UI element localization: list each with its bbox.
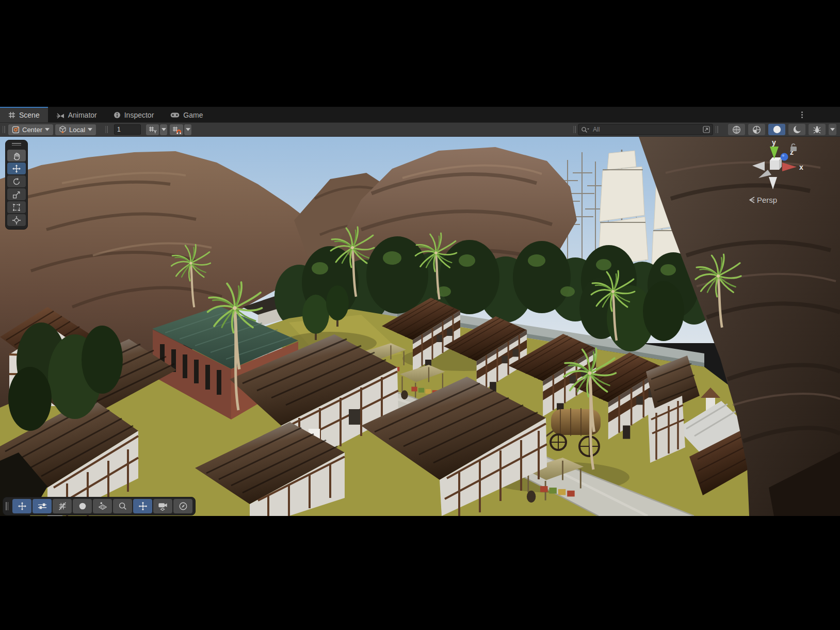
orientation-gizmo[interactable]: y z x [747, 140, 809, 193]
grid-axis-button[interactable] [146, 124, 159, 135]
move-overlay-button[interactable] [12, 499, 31, 513]
tab-scene[interactable]: Scene [0, 107, 48, 122]
overlay-drag-handle[interactable] [12, 143, 21, 147]
grid-size-input[interactable] [114, 124, 141, 135]
toolbar-grip[interactable] [104, 126, 108, 133]
toolbar-grip[interactable] [572, 126, 576, 133]
scene-grid-icon [8, 111, 15, 119]
crescent-icon [793, 125, 802, 134]
lighting-toggle-button[interactable] [768, 124, 785, 135]
tools-overlay [5, 140, 28, 230]
rect-icon [12, 203, 21, 212]
filled-circle-icon [78, 502, 87, 511]
unity-editor-window: Scene Animator Inspector Game Center Loc… [0, 107, 840, 516]
compass-overlay-button[interactable] [173, 499, 192, 513]
chevron-down-icon [45, 128, 50, 131]
scene-view: y z x Persp [0, 137, 840, 516]
snap-caret[interactable] [184, 124, 191, 135]
tab-label: Animator [68, 111, 97, 119]
scene-2d-toggle-button[interactable] [748, 124, 765, 135]
skybox-toggle-button[interactable] [93, 499, 112, 513]
rotate-icon [12, 177, 21, 186]
pivot-mode-dropdown[interactable]: Center [8, 124, 53, 135]
cross-dots-icon [138, 502, 148, 511]
rect-tool[interactable] [7, 201, 26, 213]
open-search-window-icon[interactable] [703, 126, 710, 133]
more-options-icon[interactable] [801, 110, 803, 119]
gizmo-x-axis-cone[interactable] [782, 163, 797, 171]
gizmo-y-axis-cone[interactable] [770, 147, 779, 159]
light-circle-icon [772, 125, 782, 134]
tab-label: Game [183, 111, 203, 119]
toolbar-grip[interactable] [2, 126, 6, 133]
tab-label: Inspector [124, 111, 154, 119]
gizmo-z-axis-ball[interactable] [781, 153, 788, 161]
gizmo-x-label: x [799, 163, 803, 171]
gizmo-y-label: y [772, 140, 776, 147]
globe-wireframe-icon [732, 125, 741, 134]
globe-quarter-icon [752, 125, 761, 134]
shading-mode-button[interactable] [728, 124, 745, 135]
camera-overlay-button[interactable] [153, 499, 172, 513]
cube-icon [59, 125, 67, 134]
scale-tool[interactable] [7, 188, 26, 200]
projection-label: Persp [757, 196, 777, 204]
persp-chevron-icon [749, 197, 755, 203]
rotate-tool[interactable] [7, 175, 26, 187]
gizmos-toggle-button[interactable] [73, 499, 92, 513]
projection-toggle[interactable]: Persp [749, 196, 777, 204]
pivot-icon [12, 126, 20, 134]
transform-icon [12, 216, 21, 225]
move-tool[interactable] [7, 163, 26, 174]
tab-animator[interactable]: Animator [48, 107, 105, 122]
hand-icon [12, 151, 21, 160]
transform-tool[interactable] [7, 214, 26, 226]
toolbar-grip[interactable] [715, 126, 719, 133]
tab-label: Scene [19, 111, 40, 119]
sliders-icon [38, 502, 47, 510]
overlay-drag-handle[interactable] [6, 502, 10, 510]
tab-game[interactable]: Game [162, 107, 211, 122]
view-hand-tool[interactable] [7, 150, 26, 161]
gizmo-negative-z-cone[interactable] [758, 170, 771, 178]
animator-icon [56, 111, 64, 119]
search-icon [581, 126, 589, 133]
bug-effects-icon [813, 125, 821, 134]
grid-off-icon [58, 502, 67, 511]
grid-y-icon [148, 125, 157, 134]
effects-toggle-button[interactable] [809, 124, 826, 135]
scale-icon [12, 190, 21, 199]
orientation-dropdown[interactable]: Local [55, 124, 96, 135]
snap-overlay-button[interactable] [133, 499, 152, 513]
scene-toolbar: Center Local [0, 122, 840, 137]
search-input[interactable] [592, 125, 700, 134]
scene-settings-button[interactable] [33, 499, 52, 513]
lock-icon[interactable] [790, 144, 797, 151]
gizmo-negative-x-cone[interactable] [752, 161, 765, 171]
scene-search-field[interactable] [578, 124, 713, 135]
compass-icon [179, 502, 188, 511]
effects-caret[interactable] [829, 124, 836, 135]
scene-viewport[interactable] [0, 137, 840, 516]
snap-toggle-button[interactable] [170, 124, 183, 135]
orientation-label: Local [69, 126, 85, 134]
grid-visibility-button[interactable] [53, 499, 72, 513]
move-icon [12, 164, 21, 173]
camera-icon [158, 502, 168, 511]
gizmo-cube[interactable] [770, 160, 779, 170]
grid-axis-caret[interactable] [160, 124, 167, 135]
scene-bottom-toolbar [3, 497, 196, 515]
audio-toggle-button[interactable] [788, 124, 805, 135]
grid-snap-magnet-icon [172, 125, 181, 134]
info-icon [114, 111, 121, 119]
gizmo-negative-y-cone[interactable] [769, 177, 777, 189]
pivot-label: Center [22, 126, 42, 134]
chevron-down-icon [88, 128, 92, 131]
move-icon [18, 502, 27, 511]
gamepad-icon [170, 112, 180, 118]
tab-inspector[interactable]: Inspector [105, 107, 163, 122]
magnifier-icon [118, 502, 127, 511]
diamond-dot-icon [98, 502, 107, 511]
gizmo-z-highlight [782, 154, 784, 156]
search-overlay-button[interactable] [113, 499, 132, 513]
